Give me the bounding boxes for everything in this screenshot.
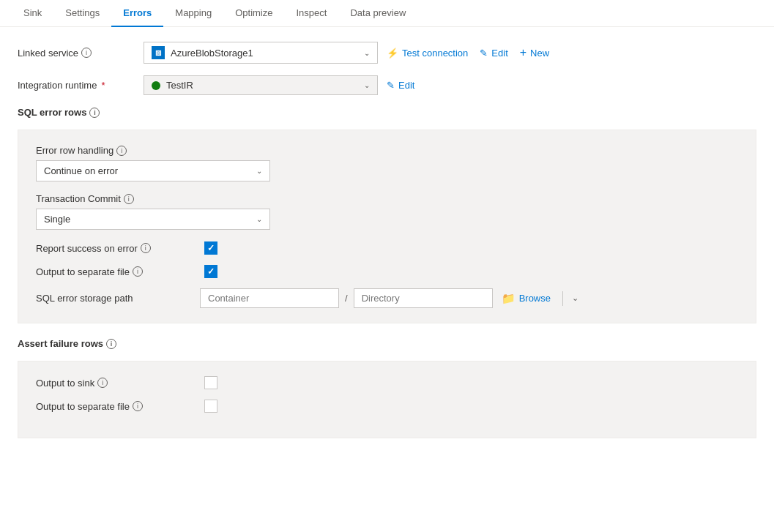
new-linked-service-plus-icon: + xyxy=(520,46,526,59)
report-success-info-icon[interactable]: i xyxy=(141,243,151,253)
error-row-handling-info-icon[interactable]: i xyxy=(116,146,127,156)
tab-optimize[interactable]: Optimize xyxy=(223,0,284,27)
test-connection-icon: ⚡ xyxy=(387,48,398,59)
assert-output-separate-file-label: Output to separate file i xyxy=(36,401,197,412)
browse-divider xyxy=(562,291,563,306)
sql-error-rows-title: SQL error rows i xyxy=(18,107,756,118)
linked-service-row: Linked service i ▨ AzureBlobStorage1 ⌄ ⚡… xyxy=(18,42,756,64)
transaction-commit-info-icon[interactable]: i xyxy=(124,194,134,204)
assert-output-separate-file-checkbox[interactable] xyxy=(204,400,217,413)
sql-error-rows-info-icon[interactable]: i xyxy=(89,108,100,118)
linked-service-info-icon[interactable]: i xyxy=(81,48,92,58)
assert-output-separate-file-info-icon[interactable]: i xyxy=(133,401,143,411)
report-success-label: Report success on error i xyxy=(36,243,197,254)
sql-error-storage-path-label: SQL error storage path xyxy=(36,293,197,304)
assert-failure-rows-section-header: Assert failure rows i xyxy=(18,338,756,349)
integration-runtime-value: TestIR xyxy=(166,80,193,91)
linked-service-label: Linked service i xyxy=(18,48,135,59)
output-separate-file-label: Output to separate file i xyxy=(36,266,197,277)
linked-service-actions: ⚡ Test connection ✎ Edit + New xyxy=(387,46,549,59)
sql-error-rows-section-header: SQL error rows i xyxy=(18,107,756,118)
transaction-commit-label: Transaction Commit i xyxy=(36,193,738,204)
report-success-checkbox[interactable] xyxy=(204,241,217,255)
sql-error-rows-panel: Error row handling i Continue on error ⌄… xyxy=(18,130,756,323)
error-row-handling-chevron-icon: ⌄ xyxy=(256,167,262,175)
assert-failure-rows-panel: Output to sink i Output to separate file… xyxy=(18,361,756,438)
edit-linked-service-button[interactable]: ✎ Edit xyxy=(480,48,507,59)
error-row-handling-dropdown[interactable]: Continue on error ⌄ xyxy=(36,160,270,181)
directory-input[interactable] xyxy=(354,288,493,308)
transaction-commit-chevron-icon: ⌄ xyxy=(256,215,262,223)
tab-errors[interactable]: Errors xyxy=(111,0,163,27)
integration-runtime-row: Integration runtime * TestIR ⌄ ✎ Edit xyxy=(18,75,756,95)
output-separate-file-row: Output to separate file i xyxy=(36,265,738,278)
tab-inspect[interactable]: Inspect xyxy=(284,0,338,27)
tab-mapping[interactable]: Mapping xyxy=(163,0,223,27)
main-content: Linked service i ▨ AzureBlobStorage1 ⌄ ⚡… xyxy=(0,27,774,468)
output-to-sink-info-icon[interactable]: i xyxy=(97,378,108,388)
error-row-handling-group: Error row handling i Continue on error ⌄ xyxy=(36,145,738,181)
assert-failure-info-icon[interactable]: i xyxy=(106,339,116,349)
edit-integration-runtime-icon: ✎ xyxy=(387,80,395,91)
browse-expand-chevron-icon[interactable]: ⌄ xyxy=(569,291,581,306)
error-row-handling-label: Error row handling i xyxy=(36,145,738,156)
output-separate-file-checkbox[interactable] xyxy=(204,265,217,278)
runtime-status-icon xyxy=(152,81,160,90)
new-linked-service-button[interactable]: + New xyxy=(520,46,549,59)
integration-runtime-dropdown[interactable]: TestIR ⌄ xyxy=(144,75,378,95)
output-to-sink-checkbox[interactable] xyxy=(204,376,217,389)
transaction-commit-group: Transaction Commit i Single ⌄ xyxy=(36,193,738,230)
integration-runtime-chevron-icon: ⌄ xyxy=(364,81,370,89)
tab-data-preview[interactable]: Data preview xyxy=(338,0,417,27)
browse-button[interactable]: 📁 Browse xyxy=(496,289,557,308)
path-separator: / xyxy=(342,293,351,304)
linked-service-dropdown[interactable]: ▨ AzureBlobStorage1 ⌄ xyxy=(144,42,378,64)
blob-storage-icon: ▨ xyxy=(152,46,165,59)
integration-runtime-label: Integration runtime * xyxy=(18,80,135,91)
required-asterisk: * xyxy=(101,80,105,91)
tab-sink[interactable]: Sink xyxy=(12,0,53,27)
report-success-on-error-row: Report success on error i xyxy=(36,241,738,255)
tab-bar: Sink Settings Errors Mapping Optimize In… xyxy=(0,0,774,27)
sql-error-storage-path-row: SQL error storage path / 📁 Browse ⌄ xyxy=(36,288,738,308)
tab-settings[interactable]: Settings xyxy=(53,0,111,27)
transaction-commit-dropdown[interactable]: Single ⌄ xyxy=(36,209,270,230)
output-to-sink-label: Output to sink i xyxy=(36,378,197,389)
edit-linked-service-icon: ✎ xyxy=(480,48,488,59)
test-connection-button[interactable]: ⚡ Test connection xyxy=(387,48,468,59)
edit-integration-runtime-button[interactable]: ✎ Edit xyxy=(387,80,414,91)
output-to-sink-row: Output to sink i xyxy=(36,376,738,389)
assert-failure-rows-title: Assert failure rows i xyxy=(18,338,756,349)
container-input[interactable] xyxy=(200,288,339,308)
output-separate-file-info-icon[interactable]: i xyxy=(133,266,143,277)
folder-icon: 📁 xyxy=(502,292,516,305)
assert-output-separate-file-row: Output to separate file i xyxy=(36,400,738,413)
linked-service-chevron-icon: ⌄ xyxy=(364,49,370,57)
